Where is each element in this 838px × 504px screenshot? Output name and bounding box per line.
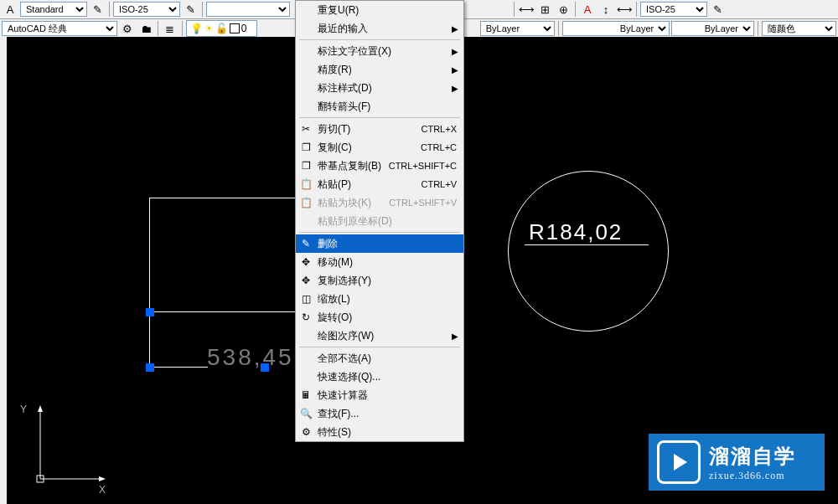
menu-paste-orig: 粘贴到原坐标(D) <box>296 212 463 230</box>
dim-override-icon[interactable]: ✎ <box>709 1 726 18</box>
menu-recent-input[interactable]: 最近的输入▶ <box>296 19 463 38</box>
menu-copy-sel[interactable]: ✥复制选择(Y) <box>296 271 463 290</box>
layer-name: 0 <box>241 23 247 34</box>
separator <box>182 21 183 36</box>
context-menu: 重复U(R) 最近的输入▶ 标注文字位置(X)▶ 精度(R)▶ 标注样式(D)▶… <box>295 0 464 442</box>
dim-style-combo[interactable]: ISO-25 <box>113 2 180 17</box>
menu-move[interactable]: ✥移动(M) <box>296 253 463 271</box>
lineweight-combo[interactable]: ByLayer <box>562 21 670 36</box>
calculator-icon: 🖩 <box>299 389 313 401</box>
separator <box>158 21 158 36</box>
menu-deselect-all[interactable]: 全部不选(A) <box>296 349 463 368</box>
menu-separator <box>299 347 460 347</box>
svg-marker-1 <box>99 476 106 481</box>
workspace-combo[interactable]: AutoCAD 经典 <box>2 21 117 36</box>
dim-ext-left <box>149 311 150 371</box>
menu-repeat[interactable]: 重复U(R) <box>296 1 463 19</box>
bulb-icon: 💡 <box>190 23 203 34</box>
menu-dim-style[interactable]: 标注样式(D)▶ <box>296 79 463 97</box>
watermark-url: zixue.3d66.com <box>709 470 796 482</box>
workspace-save-icon[interactable]: 🖿 <box>137 20 154 37</box>
dim-space-icon[interactable]: ↕ <box>597 1 614 18</box>
separator <box>575 2 576 17</box>
menu-properties[interactable]: ⚙特性(S) <box>296 423 463 441</box>
dim-style-combo-2[interactable]: ISO-25 <box>640 2 707 17</box>
dim-jog-icon[interactable]: ⟷ <box>616 1 633 18</box>
find-icon: 🔍 <box>299 408 313 419</box>
dim-tool-icon[interactable]: ✎ <box>89 1 106 18</box>
menu-separator <box>299 117 460 118</box>
grip[interactable] <box>146 363 154 372</box>
menu-quick-select[interactable]: 快速选择(Q)... <box>296 368 463 386</box>
dim-text-1[interactable]: 538,45 <box>207 344 294 371</box>
rectangle-entity[interactable] <box>149 198 296 312</box>
plotstyle-combo[interactable]: ByLayer <box>671 21 754 36</box>
chevron-right-icon: ▶ <box>452 84 458 93</box>
menu-cut[interactable]: ✂剪切(T)CTRL+X <box>296 120 463 138</box>
chevron-right-icon: ▶ <box>452 65 458 75</box>
text-style-combo[interactable]: Standard <box>20 2 87 17</box>
separator <box>758 21 758 36</box>
paste-block-icon: 📋 <box>299 197 313 208</box>
copy-sel-icon: ✥ <box>299 275 313 286</box>
layer-manager-icon[interactable]: ≣ <box>162 20 178 37</box>
dim-text-2[interactable]: R184,02 <box>529 219 623 245</box>
menu-find[interactable]: 🔍查找(F)... <box>296 404 463 423</box>
play-icon <box>657 440 701 484</box>
menu-paste[interactable]: 📋粘贴(P)CTRL+V <box>296 175 463 193</box>
workspace-settings-icon[interactable]: ⚙ <box>119 20 136 37</box>
axis-x-label: X <box>99 484 106 496</box>
menu-precision[interactable]: 精度(R)▶ <box>296 60 463 79</box>
svg-marker-3 <box>38 405 43 412</box>
linetype-combo[interactable]: ByLayer <box>480 21 555 36</box>
dim-break-icon[interactable]: A <box>579 1 596 18</box>
dim-update-icon[interactable]: ✎ <box>182 1 199 18</box>
separator <box>109 2 110 17</box>
menu-draw-order[interactable]: 绘图次序(W)▶ <box>296 327 463 345</box>
gutter-left <box>0 37 7 504</box>
paste-icon: 📋 <box>299 178 313 190</box>
grip[interactable] <box>146 308 154 316</box>
menu-copy[interactable]: ❐复制(C)CTRL+C <box>296 138 463 157</box>
chevron-right-icon: ▶ <box>452 332 458 341</box>
grip[interactable] <box>261 363 269 372</box>
dim-line-left <box>149 367 208 368</box>
copy-icon: ❐ <box>299 141 313 153</box>
sun-icon: ☀ <box>204 23 214 34</box>
axis-y-label: Y <box>20 404 27 415</box>
scissors-icon: ✂ <box>299 123 313 135</box>
menu-quick-calc[interactable]: 🖩快速计算器 <box>296 386 463 404</box>
menu-copy-base[interactable]: ❐带基点复制(B)CTRL+SHIFT+C <box>296 157 463 175</box>
table-style-combo[interactable] <box>206 2 290 17</box>
menu-rotate[interactable]: ↻旋转(O) <box>296 308 463 327</box>
watermark-brand: 溜溜自学 <box>709 443 796 470</box>
dim-continue-icon[interactable]: ⊕ <box>555 1 572 18</box>
scale-icon: ◫ <box>299 293 313 305</box>
lock-icon: 🔓 <box>215 23 228 34</box>
separator <box>514 2 515 17</box>
layer-color-swatch <box>230 23 240 33</box>
layer-combo[interactable]: 💡 ☀ 🔓 0 <box>186 20 257 37</box>
menu-paste-block: 📋粘贴为块(K)CTRL+SHIFT+V <box>296 193 463 212</box>
menu-delete[interactable]: ✎删除 <box>296 234 463 253</box>
ucs-icon <box>15 395 107 496</box>
dim-baseline-icon[interactable]: ⊞ <box>536 1 553 18</box>
move-icon: ✥ <box>299 256 313 268</box>
text-style-icon[interactable]: A <box>2 1 18 18</box>
separator <box>558 21 559 36</box>
menu-dim-text-pos[interactable]: 标注文字位置(X)▶ <box>296 42 463 60</box>
menu-separator <box>299 232 460 233</box>
menu-separator <box>299 39 460 40</box>
menu-scale[interactable]: ◫缩放(L) <box>296 290 463 308</box>
properties-icon: ⚙ <box>299 426 313 438</box>
chevron-right-icon: ▶ <box>452 47 458 56</box>
chevron-right-icon: ▶ <box>452 24 458 33</box>
copy-base-icon: ❐ <box>299 160 313 172</box>
circle-entity[interactable] <box>508 171 669 332</box>
rotate-icon: ↻ <box>299 311 313 323</box>
dim-quick-icon[interactable]: ⟷ <box>518 1 535 18</box>
color-combo[interactable]: 随颜色 <box>762 21 836 36</box>
watermark: 溜溜自学 zixue.3d66.com <box>649 434 825 491</box>
menu-flip-arrow[interactable]: 翻转箭头(F) <box>296 97 463 116</box>
eraser-icon: ✎ <box>299 238 313 249</box>
